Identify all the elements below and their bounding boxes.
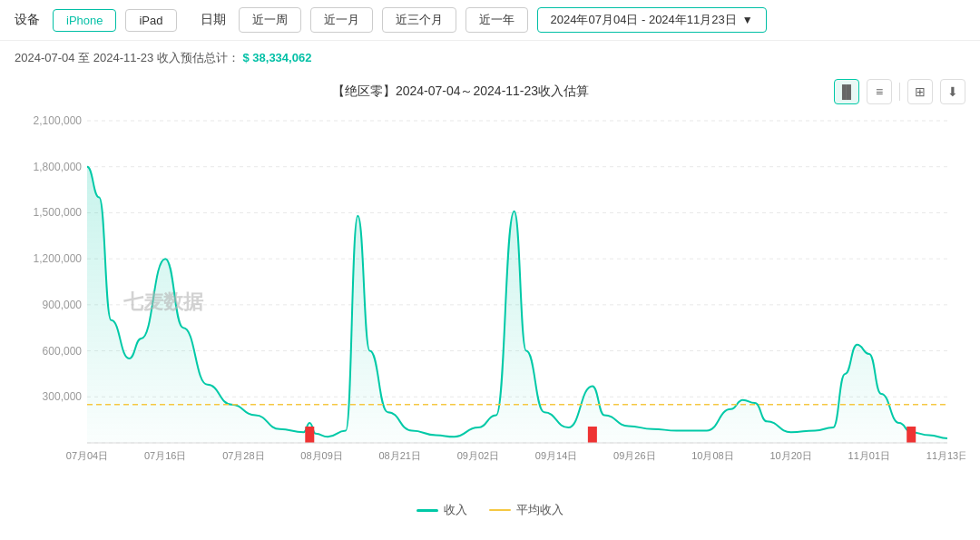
legend: 收入 平均收入 <box>0 493 980 522</box>
chart-actions: ▐▌ ≡ ⊞ ⬇ <box>834 79 965 104</box>
month-button[interactable]: 近一月 <box>310 7 373 33</box>
chart-container: 【绝区零】2024-07-04～2024-11-23收入估算 ▐▌ ≡ ⊞ ⬇ … <box>15 75 965 493</box>
bar-chart-icon: ▐▌ <box>838 84 856 99</box>
summary-amount: $ 38,334,062 <box>242 51 311 64</box>
revenue-legend-color <box>416 509 438 512</box>
ipad-button[interactable]: iPad <box>125 9 176 32</box>
summary-text: 2024-07-04 至 2024-11-23 收入预估总计： <box>15 51 240 64</box>
image-icon: ⊞ <box>915 84 926 99</box>
revenue-legend-label: 收入 <box>444 502 467 518</box>
chart-header: 【绝区零】2024-07-04～2024-11-23收入估算 ▐▌ ≡ ⊞ ⬇ <box>15 75 965 112</box>
chart-title: 【绝区零】2024-07-04～2024-11-23收入估算 <box>87 83 834 100</box>
dropdown-arrow-icon: ▼ <box>742 14 753 26</box>
summary-bar: 2024-07-04 至 2024-11-23 收入预估总计： $ 38,334… <box>0 41 980 75</box>
avg-legend-item: 平均收入 <box>489 502 564 518</box>
avg-legend-color <box>489 509 511 511</box>
three-months-button[interactable]: 近三个月 <box>382 7 456 33</box>
iphone-button[interactable]: iPhone <box>53 9 116 32</box>
bar-chart-button[interactable]: ▐▌ <box>834 79 859 104</box>
avg-legend-label: 平均收入 <box>516 502 564 518</box>
device-label: 设备 <box>15 12 40 28</box>
divider <box>899 83 900 101</box>
chart-wrapper: 七麦数据 <box>15 112 965 493</box>
top-bar: 设备 iPhone iPad 日期 近一周 近一月 近三个月 近一年 2024年… <box>0 0 980 41</box>
revenue-legend-item: 收入 <box>416 502 467 518</box>
list-icon: ≡ <box>876 84 883 99</box>
date-range-text: 2024年07月04日 - 2024年11月23日 <box>551 12 737 28</box>
download-icon: ⬇ <box>947 84 958 99</box>
list-chart-button[interactable]: ≡ <box>867 79 892 104</box>
week-button[interactable]: 近一周 <box>239 7 301 33</box>
date-label: 日期 <box>201 12 226 28</box>
image-button[interactable]: ⊞ <box>907 79 933 104</box>
year-button[interactable]: 近一年 <box>466 7 528 33</box>
download-button[interactable]: ⬇ <box>940 79 965 104</box>
date-range-picker[interactable]: 2024年07月04日 - 2024年11月23日 ▼ <box>537 7 767 33</box>
